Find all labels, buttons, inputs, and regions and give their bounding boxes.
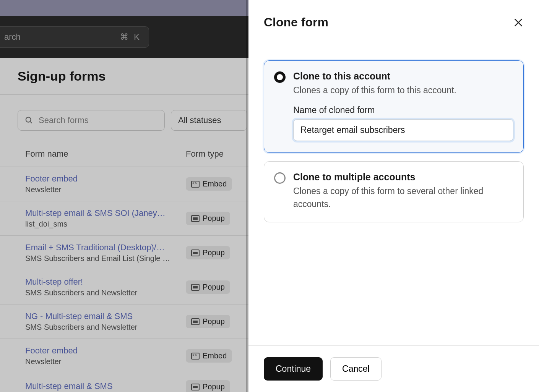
form-name-link[interactable]: Multi-step email & SMS SOI (Janey… <box>25 208 186 218</box>
popup-icon <box>191 284 200 291</box>
form-type-badge: Embed <box>186 349 232 363</box>
global-search-row: arch ⌘ K <box>0 16 248 58</box>
forms-search-input[interactable]: Search forms <box>18 110 165 131</box>
table-row[interactable]: Footer embedNewsletterEmbed <box>0 339 248 373</box>
close-icon <box>513 17 524 28</box>
option1-title: Clone to this account <box>293 71 513 82</box>
table-row[interactable]: Email + SMS Traditional (Desktop)/…SMS S… <box>0 235 248 270</box>
col-header-name: Form name <box>25 149 186 159</box>
col-header-type: Form type <box>186 149 224 159</box>
global-search[interactable]: arch ⌘ K <box>0 26 149 48</box>
table-row[interactable]: Multi-step offer!SMS Subscribers and New… <box>0 270 248 304</box>
form-type-badge: Popup <box>186 380 230 392</box>
svg-line-1 <box>30 121 32 123</box>
form-type-text: Popup <box>203 382 225 391</box>
embed-icon <box>191 181 200 188</box>
forms-search-placeholder: Search forms <box>39 115 89 125</box>
option1-desc: Clones a copy of this form to this accou… <box>293 84 513 97</box>
status-filter-label: All statuses <box>178 115 221 125</box>
modal-title: Clone form <box>264 15 328 29</box>
clone-form-modal: Clone form Clone to this account Clones … <box>248 0 539 392</box>
form-name-link[interactable]: Multi-step email & SMS <box>25 381 186 391</box>
form-sublabel: list_doi_sms <box>25 220 186 228</box>
form-name-link[interactable]: NG - Multi-step email & SMS <box>25 311 186 321</box>
app-top-bar <box>0 0 248 16</box>
form-type-badge: Popup <box>186 315 230 328</box>
cancel-button[interactable]: Cancel <box>330 357 382 381</box>
background-page: arch ⌘ K Sign-up forms Search forms All … <box>0 0 248 392</box>
form-type-text: Embed <box>203 352 227 360</box>
form-sublabel: Newsletter <box>25 185 186 194</box>
search-icon <box>25 116 33 125</box>
form-sublabel: SMS Subscribers and Newsletter <box>25 323 186 332</box>
option2-title: Clone to multiple accounts <box>293 172 513 183</box>
form-name-link[interactable]: Footer embed <box>25 346 186 356</box>
form-type-badge: Popup <box>186 246 230 259</box>
form-type-text: Popup <box>203 248 225 257</box>
popup-icon <box>191 318 200 325</box>
global-search-shortcut: ⌘ K <box>120 32 141 42</box>
form-sublabel: SMS Subscribers and Email List (Single … <box>25 254 186 263</box>
table-row[interactable]: NG - Multi-step email & SMSSMS Subscribe… <box>0 304 248 339</box>
table-row[interactable]: Multi-step email & SMS SOI (Janey…list_d… <box>0 201 248 235</box>
form-sublabel: SMS Subscribers and Newsletter <box>25 288 186 297</box>
clone-name-label: Name of cloned form <box>293 105 513 115</box>
popup-icon <box>191 249 200 256</box>
global-search-text: arch <box>4 32 21 42</box>
form-name-link[interactable]: Footer embed <box>25 174 186 184</box>
option2-desc: Clones a copy of this form to several ot… <box>293 185 513 211</box>
form-type-badge: Popup <box>186 212 230 225</box>
clone-name-input[interactable] <box>293 119 513 141</box>
page-title: Sign-up forms <box>0 58 248 95</box>
form-type-text: Popup <box>203 214 225 223</box>
svg-point-0 <box>26 117 31 122</box>
radio-selected-icon <box>274 71 286 83</box>
form-type-text: Popup <box>203 283 225 292</box>
status-filter[interactable]: All statuses <box>171 110 247 131</box>
form-type-text: Embed <box>203 180 227 188</box>
form-type-text: Popup <box>203 317 225 326</box>
form-name-link[interactable]: Email + SMS Traditional (Desktop)/… <box>25 243 186 253</box>
popup-icon <box>191 215 200 222</box>
table-row[interactable]: Footer embedNewsletterEmbed <box>0 167 248 201</box>
form-sublabel: Newsletter <box>25 357 186 366</box>
form-name-link[interactable]: Multi-step offer! <box>25 277 186 287</box>
form-type-badge: Popup <box>186 280 230 294</box>
table-header: Form name Form type <box>0 141 248 167</box>
form-type-badge: Embed <box>186 177 232 191</box>
table-row[interactable]: Multi-step email & SMSPopup <box>0 373 248 392</box>
option-clone-multiple-accounts[interactable]: Clone to multiple accounts Clones a copy… <box>264 161 524 222</box>
embed-icon <box>191 353 200 360</box>
radio-unselected-icon <box>274 172 286 184</box>
close-button[interactable] <box>513 17 524 28</box>
continue-button[interactable]: Continue <box>264 357 323 381</box>
option-clone-this-account[interactable]: Clone to this account Clones a copy of t… <box>264 60 524 153</box>
popup-icon <box>191 384 200 390</box>
